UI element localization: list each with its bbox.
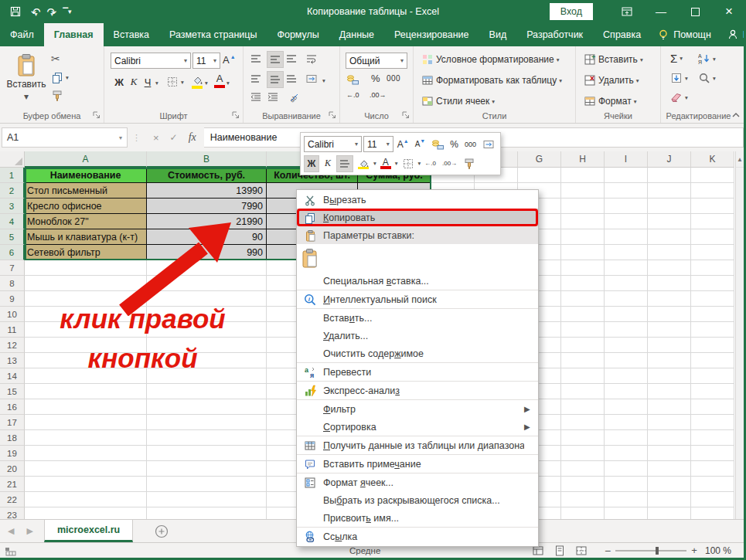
mini-shrink-font-button[interactable]: А▼: [413, 136, 428, 153]
mini-merge-icon[interactable]: [480, 136, 497, 153]
menu-item-smart-lookup[interactable]: iИнтеллектуальный поиск: [297, 290, 538, 308]
view-page-break-icon[interactable]: [575, 545, 588, 557]
mini-comma-button[interactable]: 000: [462, 136, 479, 153]
mini-italic-button[interactable]: К: [321, 155, 335, 172]
mini-accounting-icon[interactable]: [429, 136, 446, 153]
undo-icon[interactable]: ↶▾: [31, 6, 38, 18]
decrease-decimal-icon[interactable]: .00→: [370, 91, 387, 99]
share-button[interactable]: Поделиться: [720, 29, 746, 41]
fill-button[interactable]: ▾: [670, 72, 688, 84]
ribbon-tab-файл[interactable]: Файл: [0, 23, 44, 46]
column-header-G[interactable]: G: [518, 151, 561, 168]
align-middle-icon[interactable]: [267, 51, 284, 68]
alignment-dialog-launcher-icon[interactable]: [327, 110, 337, 120]
row-header-17[interactable]: 17: [0, 415, 25, 430]
tell-me-help[interactable]: Помощн: [651, 29, 717, 41]
mini-bold-button[interactable]: Ж: [304, 155, 319, 172]
accounting-format-icon[interactable]: [346, 73, 359, 86]
autosum-button[interactable]: Σ▾: [670, 52, 683, 65]
format-as-table-button[interactable]: Форматировать как таблицу▾: [421, 74, 562, 87]
ribbon-tab-вставка[interactable]: Вставка: [104, 23, 159, 46]
table-header-cell[interactable]: Наименование: [25, 168, 147, 183]
conditional-formatting-button[interactable]: Условное форматирование▾: [421, 53, 559, 66]
insert-function-icon[interactable]: fx: [189, 131, 196, 144]
column-header-H[interactable]: H: [561, 151, 605, 168]
redo-icon[interactable]: ↷▾: [47, 6, 54, 18]
menu-item-translate[interactable]: аяПеревести: [297, 363, 538, 381]
percent-style-button[interactable]: %: [371, 73, 380, 84]
row-header-22[interactable]: 22: [0, 492, 25, 507]
font-name-combo[interactable]: Calibri▾: [111, 53, 191, 69]
sort-filter-button[interactable]: АЯ▾: [698, 53, 716, 65]
format-painter-button[interactable]: [51, 90, 63, 102]
grow-font-button[interactable]: А▲: [223, 54, 236, 66]
zoom-level[interactable]: 100 %: [705, 545, 731, 556]
zoom-out-icon[interactable]: −: [605, 545, 611, 557]
clear-button[interactable]: ▾: [670, 91, 688, 104]
font-size-combo[interactable]: 11▾: [192, 53, 220, 69]
ribbon-tab-разметка-страницы[interactable]: Разметка страницы: [159, 23, 267, 46]
font-dialog-launcher-icon[interactable]: [230, 110, 240, 120]
italic-button[interactable]: К: [128, 74, 140, 90]
menu-item-link[interactable]: Ссылка: [297, 528, 538, 545]
mini-align-center-icon[interactable]: [336, 155, 353, 172]
enter-icon[interactable]: ✓: [170, 132, 178, 143]
table-cell-price[interactable]: 13990: [147, 183, 267, 199]
find-select-button[interactable]: ▾: [698, 72, 716, 84]
delete-cells-button[interactable]: ×Удалить▾: [584, 74, 639, 87]
ribbon-tab-главная[interactable]: Главная: [44, 23, 104, 46]
ribbon-tab-справка[interactable]: Справка: [593, 23, 651, 46]
menu-item-delete-cells[interactable]: Удалить...: [297, 327, 538, 344]
row-header-10[interactable]: 10: [0, 307, 25, 322]
prev-sheet-icon[interactable]: ◀: [8, 526, 14, 536]
mini-percent-button[interactable]: %: [448, 136, 461, 153]
row-header-3[interactable]: 3: [0, 199, 25, 214]
number-dialog-launcher-icon[interactable]: [400, 110, 410, 120]
align-right-icon[interactable]: [285, 73, 298, 85]
align-center-icon[interactable]: [267, 71, 284, 88]
menu-item-paste-special[interactable]: Специальная вставка...: [297, 272, 538, 290]
column-header-I[interactable]: I: [605, 151, 648, 168]
collapse-ribbon-icon[interactable]: [730, 109, 741, 120]
row-header-2[interactable]: 2: [0, 183, 25, 199]
mini-increase-decimal-icon[interactable]: ←.0: [422, 155, 438, 172]
mini-grow-font-button[interactable]: А▲: [395, 136, 411, 153]
copy-button[interactable]: ▾: [51, 71, 69, 83]
customize-qat-icon[interactable]: ▔▾: [63, 8, 71, 15]
menu-item-insert-cells[interactable]: Вставить...: [297, 309, 538, 327]
borders-button[interactable]: ▾: [166, 76, 184, 88]
menu-item-format-cells[interactable]: Формат ячеек...: [297, 473, 538, 491]
comma-style-button[interactable]: 000: [387, 74, 400, 83]
row-header-11[interactable]: 11: [0, 322, 25, 338]
menu-item-paste-keep-format[interactable]: [297, 244, 538, 272]
mini-fill-color-button[interactable]: [355, 155, 372, 172]
menu-item-cut[interactable]: Вырезать: [297, 191, 538, 209]
menu-item-get-data[interactable]: Получить данные из таблицы или диапазона…: [297, 436, 538, 454]
row-header-12[interactable]: 12: [0, 338, 25, 353]
mini-font-color-button[interactable]: А: [378, 155, 393, 172]
scroll-up-icon[interactable]: ▲: [736, 151, 744, 168]
decrease-indent-icon[interactable]: [250, 91, 262, 104]
ribbon-tab-данные[interactable]: Данные: [329, 23, 384, 46]
row-header-16[interactable]: 16: [0, 399, 25, 415]
ribbon-display-options-icon[interactable]: [610, 0, 644, 23]
insert-cells-button[interactable]: +Вставить▾: [584, 53, 643, 66]
align-left-icon[interactable]: [250, 73, 262, 85]
row-header-19[interactable]: 19: [0, 446, 25, 461]
orientation-icon[interactable]: ab: [288, 91, 301, 104]
row-header-1[interactable]: 1: [0, 168, 25, 183]
close-button[interactable]: ×: [712, 0, 746, 23]
row-header-13[interactable]: 13: [0, 353, 25, 368]
clipboard-dialog-launcher-icon[interactable]: [91, 110, 101, 120]
align-bottom-icon[interactable]: [285, 53, 298, 65]
row-header-18[interactable]: 18: [0, 430, 25, 446]
ribbon-tab-разработчик[interactable]: Разработчик: [516, 23, 593, 46]
mini-decrease-decimal-icon[interactable]: .00→: [440, 155, 459, 172]
row-header-7[interactable]: 7: [0, 260, 25, 276]
row-header-8[interactable]: 8: [0, 276, 25, 291]
row-header-23[interactable]: 23: [0, 507, 25, 519]
zoom-in-icon[interactable]: +: [691, 545, 697, 556]
cancel-icon[interactable]: ×: [153, 132, 159, 144]
table-header-cell[interactable]: Стоимость, руб.: [147, 168, 267, 183]
vertical-scrollbar[interactable]: ▲: [735, 151, 744, 519]
